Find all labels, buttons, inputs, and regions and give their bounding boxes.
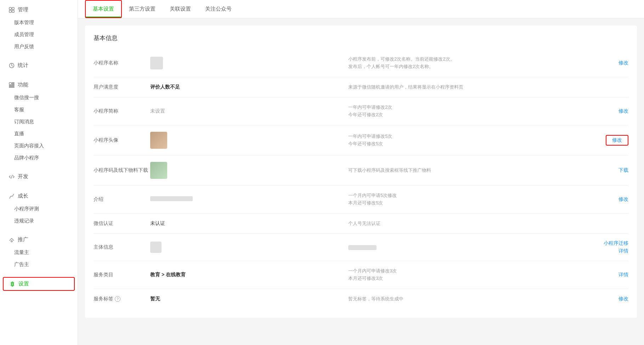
row-weixin-auth: 微信认证 未认证 个人号无法认证 [94, 214, 628, 234]
qrcode-placeholder [150, 162, 167, 179]
svg-line-10 [11, 175, 12, 179]
row-service-tag: 服务标签 ? 暂无 暂无标签，等待系统生成中 修改 [94, 289, 628, 309]
sidebar-section-title-manage[interactable]: 管理 [0, 3, 78, 17]
label-weixin-auth: 微信认证 [94, 220, 150, 227]
sidebar-item-mini-review[interactable]: 小程序评测 [0, 203, 78, 215]
sidebar-item-weixin-search[interactable]: 微信搜一搜 [0, 92, 78, 104]
hint-mini-name: 小程序发布前，可修改2次名称。当前还能修改2次。 发布后，个人帐号可一年内修改2… [348, 56, 586, 70]
modify-avatar-link[interactable]: 修改 [606, 135, 628, 146]
settings-label: 设置 [18, 281, 29, 287]
value-mini-name [150, 57, 348, 69]
modify-tag-link[interactable]: 修改 [618, 296, 628, 301]
sidebar-item-brand[interactable]: 品牌小程序 [0, 152, 78, 164]
sidebar-item-subscription[interactable]: 订阅消息 [0, 116, 78, 128]
tab-related[interactable]: 关联设置 [163, 1, 198, 17]
value-mini-avatar [150, 132, 348, 149]
hint-user-satisfaction: 来源于微信随机邀请的用户，结果将显示在小程序资料页 [348, 84, 586, 91]
name-placeholder [150, 57, 163, 69]
action-intro: 修改 [586, 196, 628, 203]
value-user-satisfaction: 评价人数不足 [150, 84, 348, 90]
sidebar-section-title-settings[interactable]: 设置 [3, 277, 75, 291]
value-mini-qrcode [150, 162, 348, 179]
svg-rect-6 [12, 83, 14, 83]
features-label: 功能 [18, 81, 28, 88]
sidebar-item-live[interactable]: 直播 [0, 128, 78, 140]
action-mini-avatar: 修改 [586, 135, 628, 146]
modify-short-name-link[interactable]: 修改 [618, 108, 628, 114]
hint-intro: 一个月内可申请5次修改 本月还可修改5次 [348, 192, 586, 207]
sidebar-item-traffic[interactable]: 流量主 [0, 247, 78, 259]
sidebar-section-title-develop[interactable]: 开发 [0, 170, 78, 183]
modify-intro-link[interactable]: 修改 [618, 196, 628, 202]
sidebar-section-title-features[interactable]: 功能 [0, 78, 78, 92]
hint-weixin-auth: 个人号无法认证 [348, 220, 586, 227]
row-mini-name: 小程序名称 小程序发布前，可修改2次名称。当前还能修改2次。 发布后，个人帐号可… [94, 49, 628, 77]
detail-category-link[interactable]: 详情 [618, 272, 628, 277]
action-mini-name: 修改 [586, 60, 628, 66]
action-service-category: 详情 [586, 272, 628, 278]
sidebar-item-ad[interactable]: 广告主 [0, 259, 78, 271]
develop-label: 开发 [18, 173, 28, 180]
svg-rect-3 [12, 10, 14, 12]
value-service-category: 教育 > 在线教育 [150, 272, 348, 278]
stats-label: 统计 [18, 62, 28, 69]
hint-mini-short-name: 一年内可申请修改2次 今年还可修改2次 [348, 104, 586, 119]
value-service-tag: 暂无 [150, 296, 348, 302]
sidebar-item-members[interactable]: 成员管理 [0, 29, 78, 41]
sidebar-item-violations[interactable]: 违规记录 [0, 215, 78, 227]
row-mini-short-name: 小程序简称 未设置 一年内可申请修改2次 今年还可修改2次 修改 [94, 97, 628, 125]
row-entity-info: 主体信息 小程序迁移 详情 [94, 234, 628, 261]
sidebar-section-title-stats[interactable]: 统计 [0, 58, 78, 72]
action-service-tag: 修改 [586, 296, 628, 302]
row-service-category: 服务类目 教育 > 在线教育 一个月内可申请修改3次 本月还可修改3次 详情 [94, 261, 628, 289]
label-mini-qrcode: 小程序码及线下物料下载 [94, 167, 150, 174]
svg-rect-1 [12, 7, 14, 10]
label-mini-short-name: 小程序简称 [94, 108, 150, 114]
label-intro: 介绍 [94, 196, 150, 203]
tab-basic[interactable]: 基本设置 [85, 0, 122, 18]
sidebar-section-manage: 管理 版本管理 成员管理 用户反馈 [0, 0, 78, 56]
growth-icon [9, 193, 15, 199]
sidebar-section-title-growth[interactable]: 成长 [0, 189, 78, 203]
label-mini-name: 小程序名称 [94, 60, 150, 66]
action-mini-qrcode: 下载 [586, 167, 628, 174]
sidebar-item-page-content[interactable]: 页面内容接入 [0, 140, 78, 152]
value-intro [150, 196, 348, 202]
hint-mini-avatar: 一年内可申请修改5次 今年还可修改5次 [348, 133, 586, 148]
action-mini-short-name: 修改 [586, 108, 628, 114]
svg-rect-5 [9, 83, 11, 85]
modify-name-link[interactable]: 修改 [618, 60, 628, 66]
row-mini-avatar: 小程序头像 一年内可申请修改5次 今年还可修改5次 修改 [94, 125, 628, 155]
promote-icon [9, 237, 15, 243]
manage-icon [9, 7, 15, 13]
label-user-satisfaction: 用户满意度 [94, 84, 150, 90]
main-content: 基本设置 第三方设置 关联设置 关注公众号 基本信息 小程序名称 小程序发布前，… [78, 0, 644, 345]
tab-bar: 基本设置 第三方设置 关联设置 关注公众号 [78, 0, 644, 18]
sidebar-item-feedback[interactable]: 用户反馈 [0, 41, 78, 53]
label-entity-info: 主体信息 [94, 244, 150, 250]
features-icon [9, 82, 15, 88]
sidebar-item-customer-service[interactable]: 客服 [0, 104, 78, 116]
sidebar-section-features: 功能 微信搜一搜 客服 订阅消息 直播 页面内容接入 品牌小程序 [0, 75, 78, 167]
sidebar-item-version[interactable]: 版本管理 [0, 17, 78, 29]
detail-entity-link[interactable]: 详情 [618, 248, 628, 254]
value-entity-info [150, 242, 348, 253]
avatar-placeholder [150, 132, 167, 149]
migrate-mini-link[interactable]: 小程序迁移 [604, 240, 628, 247]
develop-icon [9, 174, 15, 180]
tab-follow-account[interactable]: 关注公众号 [198, 1, 239, 17]
service-tag-help-icon[interactable]: ? [115, 296, 120, 302]
svg-rect-8 [9, 85, 14, 86]
svg-rect-0 [9, 7, 11, 10]
download-qrcode-link[interactable]: 下载 [618, 167, 628, 173]
growth-label: 成长 [18, 193, 28, 199]
svg-rect-2 [9, 10, 11, 12]
tab-third-party[interactable]: 第三方设置 [122, 1, 163, 17]
row-intro: 介绍 一个月内可申请5次修改 本月还可修改5次 修改 [94, 186, 628, 214]
value-weixin-auth: 未认证 [150, 220, 348, 227]
promote-label: 推广 [18, 236, 28, 243]
sidebar-section-title-promote[interactable]: 推广 [0, 233, 78, 247]
label-mini-avatar: 小程序头像 [94, 137, 150, 143]
svg-rect-9 [9, 87, 14, 87]
intro-placeholder [150, 196, 193, 201]
